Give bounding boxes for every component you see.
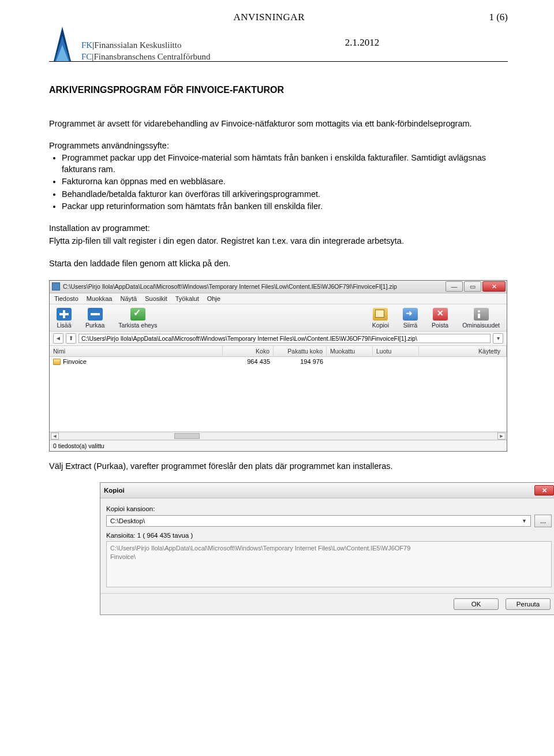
check-icon [130, 308, 145, 321]
window-minimize-button[interactable]: — [446, 281, 463, 292]
dialog-close-button[interactable]: ✕ [534, 485, 554, 496]
purpose-list: Programmet packar upp det Finvoice-mater… [62, 152, 508, 213]
chevron-down-icon: ▼ [522, 518, 527, 524]
copy-dialog-title-text: Kopioi [104, 487, 125, 494]
menu-tools[interactable]: Työkalut [175, 295, 199, 302]
tb-test-label: Tarkista eheys [118, 322, 157, 329]
tb-extract-button[interactable]: Purkaa [85, 308, 104, 329]
list-item[interactable]: Finvoice 964 435 194 976 [50, 357, 507, 367]
tb-extract-label: Purkaa [85, 322, 104, 329]
menu-edit[interactable]: Muokkaa [87, 295, 113, 302]
tb-add-button[interactable]: Lisää [57, 308, 72, 329]
menu-view[interactable]: Näytä [120, 295, 137, 302]
purpose-item: Fakturorna kan öppnas med en webbläsare. [62, 176, 508, 188]
org-line-fk: FK|Finanssialan Keskusliitto [81, 39, 210, 51]
row-size: 964 435 [223, 357, 274, 367]
install-label: Installation av programmet: [49, 223, 508, 234]
org-fk-full: Finanssialan Keskusliitto [94, 40, 181, 50]
plus-icon [57, 308, 72, 321]
org-fk-abbr: FK [81, 40, 92, 50]
tb-copy-button[interactable]: Kopioi [372, 308, 389, 329]
info-icon [474, 308, 489, 321]
izarc-title-text: C:\Users\Pirjo Ilola\AppData\Local\Micro… [63, 283, 441, 290]
org-line-fc: FC|Finansbranschens Centralförbund [81, 51, 210, 62]
purpose-item: Packar upp returinformation som hämtats … [62, 201, 508, 213]
izarc-toolbar: Lisää Purkaa Tarkista eheys Kopioi [50, 304, 507, 332]
cancel-button[interactable]: Peruuta [506, 598, 551, 610]
purpose-item: Behandlade/betalda fakturor kan överföra… [62, 189, 508, 200]
col-created[interactable]: Luotu [373, 346, 419, 356]
col-size[interactable]: Koko [223, 346, 274, 356]
folder-icon [53, 359, 61, 365]
copy-dialog-titlebar: Kopioi ✕ [100, 483, 554, 498]
menu-file[interactable]: Tiedosto [54, 295, 78, 302]
tb-delete-button[interactable]: Poista [432, 308, 448, 329]
ok-button[interactable]: OK [454, 598, 499, 610]
browse-button[interactable]: ... [534, 515, 552, 527]
tb-props-button[interactable]: Ominaisuudet [462, 308, 500, 329]
izarc-columns: Nimi Koko Pakattu koko Muokattu Luotu Kä… [50, 346, 507, 357]
tb-delete-label: Poista [432, 322, 448, 329]
tb-test-button[interactable]: Tarkista eheys [118, 308, 157, 329]
org-fc-full: Finansbranschens Centralförbund [93, 52, 210, 61]
doc-heading: ARKIVERINGSPROGRAM FÖR FINVOICE-FAKTUROR [49, 85, 508, 95]
page-indicator: 1 (6) [489, 12, 508, 23]
col-packed-size[interactable]: Pakattu koko [274, 346, 327, 356]
copy-icon [373, 308, 388, 321]
copy-destination-combo[interactable]: C:\Desktop\ ▼ [106, 515, 531, 527]
intro-paragraph: Programmet är avsett för vidarebehandlin… [49, 118, 508, 130]
row-packed-size: 194 976 [274, 357, 327, 367]
window-maximize-button[interactable]: ▭ [464, 281, 481, 292]
col-name[interactable]: Nimi [50, 346, 223, 356]
copy-to-label: Kopioi kansioon: [106, 505, 552, 512]
doc-type-label: ANVISNINGAR [233, 12, 305, 23]
menu-fav[interactable]: Suosikit [145, 295, 167, 302]
col-modified[interactable]: Muokattu [327, 346, 373, 356]
izarc-menubar: Tiedosto Muokkaa Näytä Suosikit Työkalut… [50, 293, 507, 304]
copy-dialog: Kopioi ✕ Kopioi kansioon: C:\Desktop\ ▼ … [100, 482, 554, 615]
install-p1: Flytta zip-filen till valt register i di… [49, 236, 508, 247]
org-fc-abbr: FC [81, 52, 92, 61]
address-dropdown-button[interactable]: ▾ [493, 333, 503, 344]
minus-icon [88, 308, 103, 321]
col-used[interactable]: Käytetty [419, 346, 507, 356]
address-text: C:\Users\Pirjo Ilola\AppData\Local\Micro… [81, 335, 417, 342]
purpose-item: Programmet packar upp det Finvoice-mater… [62, 152, 508, 175]
nav-up-button[interactable]: ⬆ [66, 333, 76, 344]
izarc-titlebar: C:\Users\Pirjo Ilola\AppData\Local\Micro… [50, 281, 507, 293]
scroll-right-button[interactable]: ► [497, 433, 506, 440]
purpose-label: Programmets användningssyfte: [49, 140, 508, 152]
copy-destination-value: C:\Desktop\ [110, 517, 145, 524]
copy-count-line: Kansioita: 1 ( 964 435 tavua ) [106, 532, 552, 539]
tb-move-label: Siirrä [403, 322, 418, 329]
doc-date: 2.1.2012 [216, 37, 508, 49]
izarc-window: C:\Users\Pirjo Ilola\AppData\Local\Micro… [49, 280, 507, 452]
move-icon [403, 308, 418, 321]
address-input[interactable]: C:\Users\Pirjo Ilola\AppData\Local\Micro… [78, 334, 491, 343]
menu-help[interactable]: Ohje [207, 295, 220, 302]
izarc-statusbar: 0 tiedosto(a) valittu [50, 440, 507, 451]
nav-back-button[interactable]: ◄ [53, 333, 63, 344]
scroll-thumb[interactable] [174, 433, 200, 439]
delete-icon [433, 308, 448, 321]
copy-source-path: C:\Users\Pirjo Ilola\AppData\Local\Micro… [106, 541, 552, 587]
after-shot-paragraph: Välj Extract (Purkaa), varefter programm… [49, 461, 508, 472]
tb-add-label: Lisää [57, 322, 71, 329]
izarc-addressbar: ◄ ⬆ C:\Users\Pirjo Ilola\AppData\Local\M… [50, 332, 507, 346]
izarc-app-icon [52, 282, 60, 291]
scroll-left-button[interactable]: ◄ [51, 433, 59, 440]
install-p2: Starta den laddade filen genom att klick… [49, 258, 508, 270]
izarc-filelist[interactable]: Finvoice 964 435 194 976 [50, 357, 507, 432]
tb-move-button[interactable]: Siirrä [403, 308, 418, 329]
window-close-button[interactable]: ✕ [482, 281, 506, 292]
row-name: Finvoice [63, 358, 87, 365]
org-logo [49, 25, 76, 66]
tb-copy-label: Kopioi [372, 322, 389, 329]
tb-props-label: Ominaisuudet [462, 322, 500, 329]
izarc-hscrollbar[interactable]: ◄ ► [50, 432, 507, 440]
